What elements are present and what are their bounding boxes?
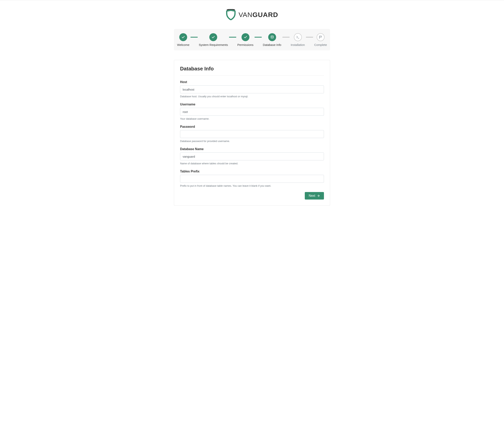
card-title: Database Info [180, 66, 324, 76]
step-label: System Requirements [199, 43, 228, 46]
check-icon [179, 33, 187, 41]
field-help: Your database username. [180, 117, 324, 120]
check-icon [209, 33, 217, 41]
svg-point-0 [271, 36, 273, 37]
progress-bar [191, 37, 198, 37]
database-icon [268, 33, 276, 41]
shield-logo-icon [226, 9, 236, 20]
step-system-requirements: System Requirements [198, 33, 229, 46]
step-permissions: Permissions [236, 33, 255, 46]
field-host: Host Database host. Usually you should e… [180, 80, 324, 98]
prefix-input[interactable] [180, 175, 324, 183]
check-icon [241, 33, 249, 41]
step-welcome: Welcome [176, 33, 191, 46]
next-button-label: Next [309, 194, 315, 198]
username-input[interactable] [180, 108, 324, 116]
progress-bar [282, 37, 289, 37]
password-input[interactable] [180, 130, 324, 138]
field-help: Name of database where tables should be … [180, 162, 324, 165]
arrow-right-icon [317, 194, 320, 197]
dbname-input[interactable] [180, 153, 324, 160]
step-label: Permissions [237, 43, 254, 46]
wizard-steps: Welcome System Requirements Permissions [174, 29, 330, 50]
field-label: Username [180, 103, 324, 106]
step-label: Database Info [263, 43, 281, 46]
progress-bar [255, 37, 262, 37]
step-complete: Complete [313, 33, 328, 46]
progress-bar [306, 37, 313, 37]
flag-icon [317, 33, 324, 41]
next-button[interactable]: Next [305, 192, 324, 200]
field-prefix: Tables Prefix Prefix to put in front of … [180, 170, 324, 187]
field-help: Database host. Usually you should enter … [180, 95, 324, 98]
logo-area: VANGUARD [174, 0, 330, 29]
field-label: Password [180, 125, 324, 128]
field-label: Host [180, 80, 324, 84]
step-label: Installation [291, 43, 305, 46]
terminal-icon [294, 33, 302, 41]
field-help: Database password for provided username. [180, 140, 324, 143]
field-help: Prefix to put in front of database table… [180, 184, 324, 187]
host-input[interactable] [180, 86, 324, 93]
database-info-card: Database Info Host Database host. Usuall… [174, 60, 330, 206]
step-installation: Installation [289, 33, 306, 46]
field-username: Username Your database username. [180, 103, 324, 120]
step-database-info: Database Info [262, 33, 282, 46]
brand-name: VANGUARD [239, 11, 278, 18]
step-label: Complete [314, 43, 327, 46]
field-dbname: Database Name Name of database where tab… [180, 147, 324, 165]
field-label: Tables Prefix [180, 170, 324, 173]
progress-bar [229, 37, 236, 37]
field-password: Password Database password for provided … [180, 125, 324, 143]
step-label: Welcome [177, 43, 189, 46]
field-label: Database Name [180, 147, 324, 151]
